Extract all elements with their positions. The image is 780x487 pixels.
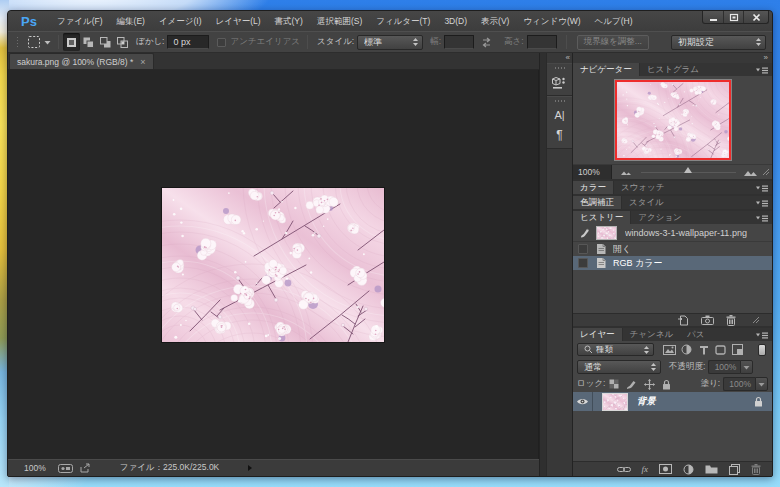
menu-help[interactable]: ヘルプ(H) xyxy=(588,11,640,31)
new-selection-button[interactable] xyxy=(63,33,80,51)
filter-pixel-layers-icon[interactable] xyxy=(661,343,678,356)
minimize-button[interactable] xyxy=(703,11,723,23)
panel-menu-icon[interactable] xyxy=(755,184,769,192)
menu-edit[interactable]: 編集(E) xyxy=(110,11,152,31)
maximize-button[interactable] xyxy=(723,11,743,23)
history-source-checkbox[interactable] xyxy=(578,258,588,268)
new-adjustment-layer-icon[interactable] xyxy=(683,464,694,475)
tab-close-icon[interactable]: × xyxy=(140,57,145,67)
3d-panel-icon[interactable] xyxy=(552,76,567,89)
tab-color[interactable]: カラー xyxy=(573,181,614,194)
opacity-dropdown-arrow[interactable] xyxy=(740,360,753,374)
new-group-folder-icon[interactable] xyxy=(705,464,718,474)
collapse-strip-icon[interactable]: « xyxy=(566,54,570,62)
fill-value[interactable]: 100% xyxy=(723,377,755,391)
navigator-zoom-slider[interactable] xyxy=(641,165,736,179)
history-source-checkbox[interactable] xyxy=(578,244,588,254)
tab-swatches[interactable]: スウォッチ xyxy=(614,181,672,194)
status-zoom-field[interactable]: 100% xyxy=(24,463,46,473)
zoom-out-icon[interactable] xyxy=(620,168,633,176)
blend-mode-dropdown[interactable]: 通常 xyxy=(577,360,661,374)
paragraph-panel-icon[interactable]: ¶ xyxy=(556,128,562,142)
add-layer-mask-icon[interactable] xyxy=(659,464,672,474)
tab-styles[interactable]: スタイル xyxy=(622,196,671,209)
height-input[interactable] xyxy=(527,35,557,49)
style-dropdown[interactable]: 標準 xyxy=(357,35,423,50)
document-tab[interactable]: sakura.png @ 100% (RGB/8) * × xyxy=(9,53,154,69)
slider-thumb[interactable] xyxy=(684,167,692,173)
swap-dimensions-icon[interactable] xyxy=(480,37,493,48)
menu-layer[interactable]: レイヤー(L) xyxy=(209,11,268,31)
delete-layer-trash-icon[interactable] xyxy=(751,464,761,475)
resize-grip-icon[interactable] xyxy=(752,316,760,324)
new-snapshot-camera-icon[interactable] xyxy=(701,315,714,325)
panel-menu-icon[interactable] xyxy=(755,66,769,74)
lock-all-icon[interactable] xyxy=(662,379,671,390)
layer-filtering-toggle[interactable] xyxy=(758,344,766,356)
menu-file[interactable]: ファイル(F) xyxy=(50,11,110,31)
filter-adjustment-layers-icon[interactable] xyxy=(678,343,695,356)
tool-preset-picker[interactable] xyxy=(24,35,54,49)
layer-row-background[interactable]: 背景 xyxy=(573,392,772,411)
zoom-in-icon[interactable] xyxy=(743,168,759,177)
mini-bridge-icon[interactable] xyxy=(58,464,73,473)
opacity-value[interactable]: 100% xyxy=(708,360,740,374)
navigator-proxy-view[interactable] xyxy=(615,80,731,160)
menu-type[interactable]: 書式(Y) xyxy=(268,11,310,31)
filter-type-layers-icon[interactable] xyxy=(695,343,712,356)
new-layer-icon[interactable] xyxy=(729,464,740,475)
slider-track[interactable] xyxy=(641,172,736,173)
history-state-row[interactable]: 開く xyxy=(573,242,772,256)
new-document-from-state-icon[interactable] xyxy=(677,315,689,326)
antialias-checkbox[interactable] xyxy=(217,38,226,47)
menu-3d[interactable]: 3D(D) xyxy=(437,11,474,31)
panel-menu-icon[interactable] xyxy=(755,214,769,222)
menu-window[interactable]: ウィンドウ(W) xyxy=(516,11,587,31)
filter-shape-layers-icon[interactable] xyxy=(712,343,729,356)
tab-channels[interactable]: チャンネル xyxy=(623,328,681,341)
add-to-selection-button[interactable] xyxy=(80,33,97,51)
link-layers-icon[interactable] xyxy=(617,466,631,473)
lock-paint-brush-icon[interactable] xyxy=(626,379,637,390)
history-brush-icon[interactable] xyxy=(579,227,591,239)
delete-state-trash-icon[interactable] xyxy=(726,315,736,326)
tab-navigator[interactable]: ナビゲーター xyxy=(573,63,640,76)
navigator-preview[interactable] xyxy=(573,76,772,164)
menu-filter[interactable]: フィルター(T) xyxy=(369,11,437,31)
collapse-panels-icon[interactable]: » xyxy=(764,54,768,62)
layer-style-fx-icon[interactable]: fx xyxy=(642,464,649,474)
status-menu-arrow-icon[interactable] xyxy=(247,464,253,472)
snapshot-thumbnail[interactable] xyxy=(596,226,617,240)
menu-view[interactable]: 表示(V) xyxy=(474,11,516,31)
filter-smart-objects-icon[interactable] xyxy=(729,343,746,356)
canvas-image[interactable] xyxy=(162,188,384,342)
layer-visibility-cell[interactable] xyxy=(573,392,593,411)
intersect-selection-button[interactable] xyxy=(114,33,131,51)
layer-filter-dropdown[interactable]: 種類 xyxy=(577,343,654,356)
tab-paths[interactable]: パス xyxy=(680,328,711,341)
history-state-row-selected[interactable]: RGB カラー xyxy=(573,256,772,270)
tab-history[interactable]: ヒストリー xyxy=(573,211,631,224)
lock-transparency-icon[interactable] xyxy=(609,379,619,389)
width-input[interactable] xyxy=(444,35,474,49)
tab-layers[interactable]: レイヤー xyxy=(573,328,623,341)
refine-edge-button[interactable]: 境界線を調整... xyxy=(577,35,649,50)
menu-select[interactable]: 選択範囲(S) xyxy=(310,11,369,31)
tab-actions[interactable]: アクション xyxy=(631,211,689,224)
share-icon[interactable] xyxy=(80,463,91,473)
lock-position-move-icon[interactable] xyxy=(644,379,655,390)
tab-histogram[interactable]: ヒストグラム xyxy=(640,63,706,76)
resize-grip-icon[interactable] xyxy=(762,168,770,176)
history-snapshot-row[interactable]: windows-3-1-wallpaper-11.png xyxy=(573,224,772,242)
canvas-pasteboard[interactable] xyxy=(8,70,539,459)
fill-dropdown-arrow[interactable] xyxy=(755,377,768,391)
character-panel-icon[interactable]: A| xyxy=(554,109,564,121)
tab-adjustments[interactable]: 色調補正 xyxy=(573,196,622,209)
panel-menu-icon[interactable] xyxy=(755,199,769,207)
panel-menu-icon[interactable] xyxy=(755,331,769,339)
navigator-zoom-field[interactable]: 100% xyxy=(573,165,612,179)
close-button[interactable] xyxy=(743,11,768,23)
layer-thumbnail[interactable] xyxy=(602,393,628,411)
subtract-from-selection-button[interactable] xyxy=(97,33,114,51)
feather-input[interactable]: 0 px xyxy=(167,35,209,49)
